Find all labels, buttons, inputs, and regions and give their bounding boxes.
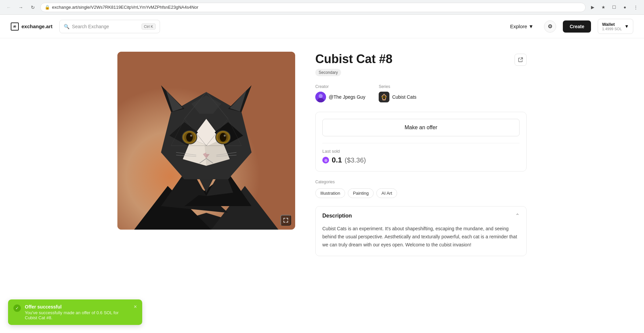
series-name: Cubist Cats xyxy=(392,94,416,100)
explore-button[interactable]: Explore ▼ xyxy=(506,21,538,32)
badge-secondary: Secondary xyxy=(315,69,341,76)
categories-section: Categories Illustration Painting AI Art xyxy=(315,180,527,198)
wallet-label: Wallet xyxy=(602,22,622,27)
last-sold-label: Last sold xyxy=(322,149,520,154)
description-body: Cubist Cats is an experiment. It's about… xyxy=(316,225,526,255)
categories-label: Categories xyxy=(315,180,527,184)
tag-illustration[interactable]: Illustration xyxy=(315,188,345,198)
svg-point-51 xyxy=(319,94,323,98)
nft-title: Cubist Cat #8 xyxy=(315,52,392,66)
svg-point-34 xyxy=(220,133,226,142)
series-group: Series Cubist Cats xyxy=(379,84,416,102)
search-placeholder: Search Exchange xyxy=(72,24,139,29)
sol-icon: ◎ xyxy=(322,157,329,163)
svg-point-57 xyxy=(384,96,386,98)
create-button[interactable]: Create xyxy=(563,20,591,33)
url-text: exchange.art/single/V2Ws7RK8119ECitpVrrL… xyxy=(52,5,581,10)
series-label: Series xyxy=(379,84,416,89)
extension-icon[interactable]: ☐ xyxy=(610,3,619,12)
creator-name: @The Jpegs Guy xyxy=(329,94,365,100)
details-section: Cubist Cat #8 Secondary Creator xyxy=(315,52,527,256)
chevron-down-icon: ▼ xyxy=(625,24,629,29)
nft-title-row: Cubist Cat #8 xyxy=(315,52,527,66)
logo-icon: æ xyxy=(11,22,19,31)
creator-avatar xyxy=(315,92,326,102)
artwork-image xyxy=(117,52,295,230)
divider xyxy=(322,143,520,143)
svg-line-49 xyxy=(521,58,523,60)
last-sold-price: ◎ 0.1 ($3.36) xyxy=(322,156,520,164)
chevron-up-icon: ⌃ xyxy=(515,212,520,219)
tag-painting[interactable]: Painting xyxy=(348,188,374,198)
artwork-section xyxy=(117,52,295,256)
app-header: æ exchange.art 🔍 Search Exchange Ctrl K … xyxy=(0,15,644,38)
description-title: Description xyxy=(322,213,352,219)
make-offer-label: Make an offer xyxy=(405,125,437,130)
browser-chrome: ← → ↻ 🔒 exchange.art/single/V2Ws7RK8119E… xyxy=(0,0,644,15)
forward-button[interactable]: → xyxy=(16,3,25,12)
purchase-card: Make an offer Last sold ◎ 0.1 ($3.36) xyxy=(315,112,527,172)
gear-icon: ⚙ xyxy=(548,23,552,30)
series-avatar xyxy=(379,92,389,102)
settings-button[interactable]: ⚙ xyxy=(544,20,556,33)
back-button[interactable]: ← xyxy=(4,3,13,12)
creator-label: Creator xyxy=(315,84,365,89)
explore-label: Explore xyxy=(510,23,527,29)
expand-button[interactable] xyxy=(280,215,291,226)
series-link[interactable]: Cubist Cats xyxy=(379,92,416,102)
cast-icon[interactable]: ▶ xyxy=(588,3,597,12)
more-icon[interactable]: ⋮ xyxy=(631,3,640,12)
bookmark-star-icon[interactable]: ★ xyxy=(599,3,608,12)
url-bar[interactable]: 🔒 exchange.art/single/V2Ws7RK8119ECitpVr… xyxy=(40,3,586,12)
description-header[interactable]: Description ⌃ xyxy=(316,206,526,225)
svg-point-29 xyxy=(186,133,193,142)
description-text: Cubist Cats is an experiment. It's about… xyxy=(322,225,520,249)
svg-point-31 xyxy=(190,135,192,137)
wallet-balance: 1.4999 SOL xyxy=(602,27,622,31)
share-button[interactable] xyxy=(515,54,527,66)
tag-ai-art[interactable]: AI Art xyxy=(376,188,397,198)
search-shortcut: Ctrl K xyxy=(142,23,156,30)
wallet-button[interactable]: Wallet 1.4999 SOL ▼ xyxy=(598,19,633,34)
wallet-info: Wallet 1.4999 SOL xyxy=(602,22,622,31)
description-card: Description ⌃ Cubist Cats is an experime… xyxy=(315,206,527,256)
creator-group: Creator @The Jpegs Guy xyxy=(315,84,365,102)
main-content: Cubist Cat #8 Secondary Creator xyxy=(104,38,540,270)
profile-icon[interactable]: ● xyxy=(621,3,629,12)
logo-text: exchange.art xyxy=(21,23,53,29)
make-offer-button[interactable]: Make an offer xyxy=(322,119,520,136)
lock-icon: 🔒 xyxy=(45,5,50,10)
chevron-down-icon: ▼ xyxy=(529,23,534,29)
reload-button[interactable]: ↻ xyxy=(28,3,38,12)
create-label: Create xyxy=(570,24,584,29)
price-sol: 0.1 xyxy=(332,156,342,164)
price-usd: ($3.36) xyxy=(345,156,366,164)
svg-point-36 xyxy=(224,135,226,137)
logo[interactable]: æ exchange.art xyxy=(11,22,53,31)
artwork-container xyxy=(117,52,295,230)
creator-link[interactable]: @The Jpegs Guy xyxy=(315,92,365,102)
browser-toolbar: ▶ ★ ☐ ● ⋮ xyxy=(588,3,640,12)
svg-point-56 xyxy=(382,96,384,98)
tags-container: Illustration Painting AI Art xyxy=(315,188,527,198)
meta-row: Creator @The Jpegs Guy Series xyxy=(315,84,527,102)
search-icon: 🔍 xyxy=(64,24,69,29)
search-bar[interactable]: 🔍 Search Exchange Ctrl K xyxy=(59,20,160,33)
